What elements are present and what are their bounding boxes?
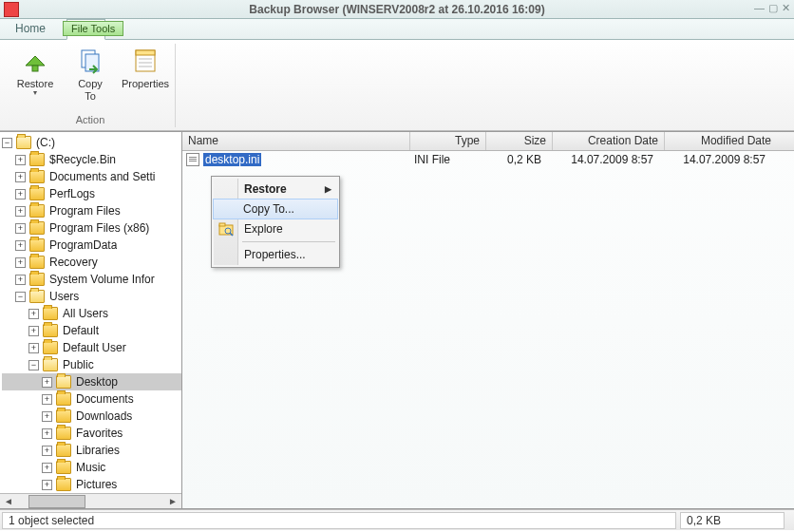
expand-icon[interactable]: + xyxy=(15,257,26,268)
contextual-tab-label: File Tools xyxy=(63,21,123,36)
tree-node[interactable]: +Recovery xyxy=(2,254,181,271)
tab-home[interactable]: Home xyxy=(6,20,55,39)
expand-icon[interactable]: + xyxy=(42,463,52,473)
chevron-down-icon[interactable]: ▾ xyxy=(33,88,37,97)
tree-node[interactable]: +Default xyxy=(2,322,181,339)
expand-icon[interactable]: + xyxy=(42,394,52,405)
tree-node[interactable]: +PerfLogs xyxy=(2,185,181,202)
expand-icon[interactable]: + xyxy=(28,343,39,353)
close-button[interactable]: ✕ xyxy=(782,2,790,14)
tree-node[interactable]: +Default User xyxy=(2,339,181,356)
context-menu: Restore ▶ Copy To... Explore Properties.… xyxy=(211,176,340,268)
expand-icon[interactable]: + xyxy=(15,155,26,165)
tree-node-root[interactable]: −(C:) xyxy=(2,134,181,151)
copy-to-label: Copy To xyxy=(78,78,103,103)
menu-item-explore[interactable]: Explore xyxy=(214,218,337,239)
menu-item-properties[interactable]: Properties... xyxy=(214,244,337,265)
copy-to-button[interactable]: Copy To xyxy=(66,44,114,103)
properties-button[interactable]: Properties xyxy=(122,44,169,103)
collapse-icon[interactable]: − xyxy=(28,360,39,370)
horizontal-scrollbar[interactable]: ◄► xyxy=(0,493,181,508)
menu-item-copy-to[interactable]: Copy To... xyxy=(213,199,338,219)
expand-icon[interactable]: + xyxy=(15,206,26,217)
file-list-pane: Name Type Size Creation Date Modified Da… xyxy=(182,132,794,508)
tree-label: All Users xyxy=(63,307,108,320)
drive-icon xyxy=(16,136,31,149)
expand-icon[interactable]: + xyxy=(42,480,52,490)
folder-icon xyxy=(56,444,71,457)
tree-label: Users xyxy=(49,290,79,303)
folder-icon xyxy=(29,238,45,252)
tree-node[interactable]: +ProgramData xyxy=(2,237,181,254)
tree-node[interactable]: +All Users xyxy=(2,305,181,322)
expand-icon[interactable]: + xyxy=(15,275,26,285)
menu-label: Properties... xyxy=(244,248,306,261)
tree-node[interactable]: +Downloads xyxy=(2,408,181,425)
cell-name: desktop.ini xyxy=(198,152,405,167)
folder-icon xyxy=(56,427,71,440)
tree-node[interactable]: +Documents and Setti xyxy=(2,168,181,185)
tree-node[interactable]: +System Volume Infor xyxy=(2,271,181,288)
cell-modified-date: 14.07.2009 8:57 xyxy=(659,152,771,167)
column-size[interactable]: Size xyxy=(486,132,553,150)
expand-icon[interactable]: + xyxy=(15,240,26,251)
column-modified-date[interactable]: Modified Date xyxy=(665,132,777,150)
tree-label: Documents xyxy=(76,392,134,406)
maximize-button[interactable]: ▢ xyxy=(768,2,778,14)
collapse-icon[interactable]: − xyxy=(2,138,12,148)
menu-item-restore[interactable]: Restore ▶ xyxy=(214,179,337,200)
tree-node[interactable]: +Music xyxy=(2,459,181,476)
tree-node-desktop[interactable]: +Desktop xyxy=(2,373,181,390)
title-bar: Backup Browser (WINSERV2008r2 at 26.10.2… xyxy=(0,0,794,19)
column-creation-date[interactable]: Creation Date xyxy=(553,132,665,150)
expand-icon[interactable]: + xyxy=(42,411,52,422)
menu-label: Restore xyxy=(244,182,287,196)
explore-icon xyxy=(218,221,234,237)
expand-icon[interactable]: + xyxy=(42,446,52,456)
menu-label: Explore xyxy=(244,222,283,236)
folder-icon xyxy=(43,324,58,337)
svg-rect-9 xyxy=(219,223,225,226)
menu-separator xyxy=(242,241,335,242)
ribbon: Restore ▾ Copy To Properties Action xyxy=(0,40,794,131)
expand-icon[interactable]: + xyxy=(15,172,26,182)
column-name[interactable]: Name xyxy=(182,132,410,150)
expand-icon[interactable]: + xyxy=(28,309,39,319)
folder-icon xyxy=(56,409,71,423)
restore-button[interactable]: Restore ▾ xyxy=(11,44,59,103)
list-row[interactable]: desktop.ini INI File 0,2 KB 14.07.2009 8… xyxy=(182,151,794,168)
tree-node[interactable]: +Pictures xyxy=(2,476,181,493)
collapse-icon[interactable]: − xyxy=(15,292,26,302)
folder-tree[interactable]: −(C:) +$Recycle.Bin +Documents and Setti… xyxy=(0,132,181,493)
folder-icon xyxy=(43,307,58,320)
tree-label: Default User xyxy=(63,341,126,354)
copy-icon xyxy=(75,46,105,76)
list-body[interactable]: desktop.ini INI File 0,2 KB 14.07.2009 8… xyxy=(182,151,794,508)
tree-node[interactable]: +$Recycle.Bin xyxy=(2,151,181,168)
folder-icon xyxy=(56,478,71,491)
folder-icon xyxy=(43,358,58,371)
tree-node[interactable]: +Documents xyxy=(2,390,181,408)
tree-label: Documents and Setti xyxy=(49,170,155,183)
tree-node[interactable]: +Program Files (x86) xyxy=(2,219,181,237)
folder-icon xyxy=(43,341,58,354)
tree-node[interactable]: +Program Files xyxy=(2,202,181,219)
expand-icon[interactable]: + xyxy=(42,377,52,388)
tree-node[interactable]: +Libraries xyxy=(2,442,181,459)
expand-icon[interactable]: + xyxy=(42,428,52,439)
properties-label: Properties xyxy=(122,78,169,90)
folder-icon xyxy=(29,187,45,200)
tree-node[interactable]: +Favorites xyxy=(2,425,181,442)
tree-node-public[interactable]: −Public xyxy=(2,356,181,373)
folder-icon xyxy=(56,375,71,389)
expand-icon[interactable]: + xyxy=(28,326,39,336)
column-type[interactable]: Type xyxy=(410,132,486,150)
folder-icon xyxy=(29,153,45,166)
status-selection: 1 object selected xyxy=(2,512,676,529)
tree-node-users[interactable]: −Users xyxy=(2,288,181,305)
expand-icon[interactable]: + xyxy=(15,189,26,200)
minimize-button[interactable]: — xyxy=(754,2,765,14)
expand-icon[interactable]: + xyxy=(15,223,26,234)
tree-label: Program Files (x86) xyxy=(49,221,149,235)
svg-rect-0 xyxy=(32,66,38,71)
